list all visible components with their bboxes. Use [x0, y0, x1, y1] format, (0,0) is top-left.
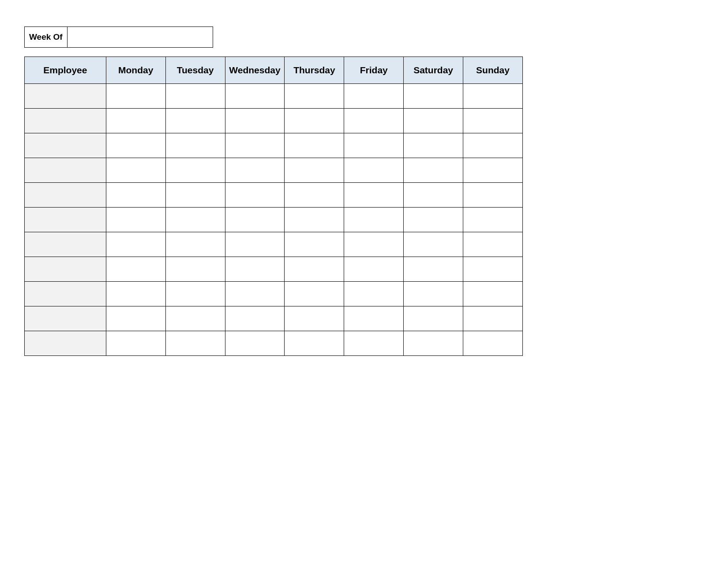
- day-cell[interactable]: [165, 109, 225, 133]
- day-cell[interactable]: [106, 183, 165, 208]
- day-cell[interactable]: [344, 208, 404, 232]
- day-cell[interactable]: [165, 306, 225, 331]
- day-cell[interactable]: [463, 84, 523, 109]
- day-cell[interactable]: [463, 232, 523, 257]
- day-cell[interactable]: [106, 133, 165, 158]
- day-cell[interactable]: [285, 257, 344, 282]
- day-cell[interactable]: [463, 109, 523, 133]
- day-cell[interactable]: [404, 84, 463, 109]
- day-cell[interactable]: [225, 331, 285, 356]
- day-cell[interactable]: [225, 306, 285, 331]
- day-cell[interactable]: [285, 183, 344, 208]
- day-cell[interactable]: [404, 306, 463, 331]
- week-of-row: Week Of: [24, 26, 704, 48]
- day-cell[interactable]: [165, 331, 225, 356]
- day-cell[interactable]: [106, 306, 165, 331]
- employee-cell[interactable]: [25, 84, 106, 109]
- day-cell[interactable]: [225, 133, 285, 158]
- day-cell[interactable]: [463, 158, 523, 183]
- employee-cell[interactable]: [25, 282, 106, 306]
- table-row: [25, 331, 523, 356]
- day-cell[interactable]: [285, 84, 344, 109]
- day-cell[interactable]: [344, 232, 404, 257]
- day-cell[interactable]: [106, 282, 165, 306]
- employee-cell[interactable]: [25, 158, 106, 183]
- header-sunday: Sunday: [463, 57, 523, 84]
- day-cell[interactable]: [106, 232, 165, 257]
- day-cell[interactable]: [285, 331, 344, 356]
- day-cell[interactable]: [285, 232, 344, 257]
- table-row: [25, 282, 523, 306]
- day-cell[interactable]: [404, 109, 463, 133]
- day-cell[interactable]: [285, 306, 344, 331]
- week-of-input[interactable]: [68, 26, 213, 48]
- day-cell[interactable]: [225, 84, 285, 109]
- employee-cell[interactable]: [25, 208, 106, 232]
- day-cell[interactable]: [404, 133, 463, 158]
- day-cell[interactable]: [285, 208, 344, 232]
- day-cell[interactable]: [285, 158, 344, 183]
- employee-cell[interactable]: [25, 109, 106, 133]
- day-cell[interactable]: [404, 282, 463, 306]
- table-row: [25, 232, 523, 257]
- day-cell[interactable]: [225, 109, 285, 133]
- employee-cell[interactable]: [25, 232, 106, 257]
- day-cell[interactable]: [106, 257, 165, 282]
- table-row: [25, 208, 523, 232]
- day-cell[interactable]: [344, 306, 404, 331]
- day-cell[interactable]: [463, 306, 523, 331]
- day-cell[interactable]: [225, 257, 285, 282]
- day-cell[interactable]: [106, 109, 165, 133]
- day-cell[interactable]: [344, 183, 404, 208]
- day-cell[interactable]: [165, 133, 225, 158]
- day-cell[interactable]: [225, 208, 285, 232]
- day-cell[interactable]: [225, 232, 285, 257]
- day-cell[interactable]: [404, 208, 463, 232]
- schedule-table: Employee Monday Tuesday Wednesday Thursd…: [24, 57, 523, 356]
- day-cell[interactable]: [404, 158, 463, 183]
- employee-cell[interactable]: [25, 183, 106, 208]
- employee-cell[interactable]: [25, 331, 106, 356]
- day-cell[interactable]: [165, 183, 225, 208]
- day-cell[interactable]: [165, 208, 225, 232]
- day-cell[interactable]: [165, 84, 225, 109]
- day-cell[interactable]: [404, 183, 463, 208]
- day-cell[interactable]: [225, 183, 285, 208]
- table-row: [25, 306, 523, 331]
- day-cell[interactable]: [344, 109, 404, 133]
- day-cell[interactable]: [404, 331, 463, 356]
- employee-cell[interactable]: [25, 306, 106, 331]
- header-employee: Employee: [25, 57, 106, 84]
- day-cell[interactable]: [463, 208, 523, 232]
- table-row: [25, 133, 523, 158]
- day-cell[interactable]: [344, 84, 404, 109]
- day-cell[interactable]: [165, 232, 225, 257]
- employee-cell[interactable]: [25, 133, 106, 158]
- day-cell[interactable]: [463, 133, 523, 158]
- day-cell[interactable]: [165, 257, 225, 282]
- day-cell[interactable]: [344, 158, 404, 183]
- day-cell[interactable]: [463, 257, 523, 282]
- day-cell[interactable]: [106, 158, 165, 183]
- day-cell[interactable]: [285, 133, 344, 158]
- day-cell[interactable]: [463, 183, 523, 208]
- table-row: [25, 257, 523, 282]
- day-cell[interactable]: [106, 331, 165, 356]
- day-cell[interactable]: [165, 158, 225, 183]
- day-cell[interactable]: [225, 158, 285, 183]
- day-cell[interactable]: [344, 133, 404, 158]
- day-cell[interactable]: [285, 109, 344, 133]
- day-cell[interactable]: [106, 208, 165, 232]
- day-cell[interactable]: [463, 331, 523, 356]
- day-cell[interactable]: [285, 282, 344, 306]
- day-cell[interactable]: [165, 282, 225, 306]
- day-cell[interactable]: [463, 282, 523, 306]
- employee-cell[interactable]: [25, 257, 106, 282]
- day-cell[interactable]: [344, 257, 404, 282]
- day-cell[interactable]: [344, 331, 404, 356]
- day-cell[interactable]: [404, 257, 463, 282]
- day-cell[interactable]: [106, 84, 165, 109]
- day-cell[interactable]: [344, 282, 404, 306]
- day-cell[interactable]: [404, 232, 463, 257]
- day-cell[interactable]: [225, 282, 285, 306]
